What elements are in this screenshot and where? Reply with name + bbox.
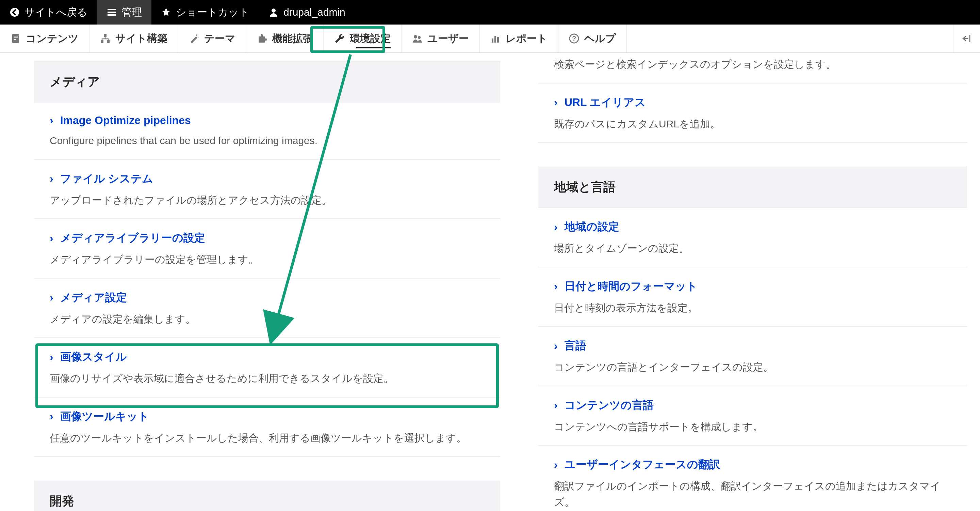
wand-icon <box>189 33 199 44</box>
svg-rect-3 <box>14 36 18 37</box>
people-icon <box>412 33 423 44</box>
desc-file-system: アップロードされたファイルの場所とアクセス方法の設定。 <box>50 192 485 209</box>
tab-content[interactable]: コンテンツ <box>0 24 89 53</box>
link-file-system[interactable]: ファイル システム <box>60 171 153 186</box>
tab-help[interactable]: ? ヘルプ <box>558 24 627 53</box>
row-regional-settings[interactable]: › 地域の設定 場所とタイムゾーンの設定。 <box>538 208 967 267</box>
chevron-right-icon: › <box>50 351 53 364</box>
structure-icon <box>100 33 111 44</box>
back-to-site[interactable]: サイトへ戻る <box>0 0 97 24</box>
desc-url-alias: 既存のパスにカスタムURLを追加。 <box>554 116 951 132</box>
tab-help-label: ヘルプ <box>584 32 616 46</box>
svg-rect-5 <box>14 39 16 40</box>
desc-media-library: メディアライブラリーの設定を管理します。 <box>50 252 485 268</box>
svg-point-0 <box>10 8 19 17</box>
svg-point-11 <box>414 35 417 38</box>
row-ui-translation[interactable]: › ユーザーインタフェースの翻訳 翻訳ファイルのインポートの構成、翻訳インターフ… <box>538 446 967 511</box>
row-image-optimize[interactable]: › Image Optimize pipelines Configure pip… <box>34 102 500 160</box>
desc-media-settings: メディアの設定を編集します。 <box>50 311 485 327</box>
desc-image-toolkit: 任意のツールキットをインストールした場合、利用する画像ツールキットを選択します。 <box>50 430 485 446</box>
admin-topbar: サイトへ戻る 管理 ショートカット drupal_admin <box>0 0 980 24</box>
tab-appearance[interactable]: テーマ <box>178 24 247 53</box>
hamburger-icon <box>107 7 117 18</box>
chevron-right-icon: › <box>50 232 53 244</box>
chart-icon <box>490 33 501 44</box>
tab-config-label: 環境設定 <box>350 32 391 46</box>
row-media-library[interactable]: › メディアライブラリーの設定 メディアライブラリーの設定を管理します。 <box>34 219 500 279</box>
row-image-toolkit[interactable]: › 画像ツールキット 任意のツールキットをインストールした場合、利用する画像ツー… <box>34 398 500 457</box>
tab-extend[interactable]: 機能拡張 <box>247 24 324 53</box>
row-image-styles[interactable]: › 画像スタイル 画像のリサイズや表示域に適合させるために利用できるスタイルを設… <box>34 338 500 398</box>
admin-menu: コンテンツ サイト構築 テーマ 機能拡張 環境設定 ユーザー レポ <box>0 24 980 53</box>
link-image-optimize[interactable]: Image Optimize pipelines <box>60 114 191 127</box>
row-media-settings[interactable]: › メディア設定 メディアの設定を編集します。 <box>34 279 500 338</box>
adminbar-spacer <box>627 24 953 53</box>
link-image-toolkit[interactable]: 画像ツールキット <box>60 409 149 424</box>
link-language[interactable]: 言語 <box>565 338 586 353</box>
row-search-settings[interactable]: 検索ページと検索インデックスのオプションを設定します。 <box>538 53 967 83</box>
row-url-alias[interactable]: › URL エイリアス 既存のパスにカスタムURLを追加。 <box>538 83 967 143</box>
shortcuts-label: ショートカット <box>176 5 250 19</box>
desc-image-styles: 画像のリサイズや表示域に適合させるために利用できるスタイルを設定。 <box>50 370 485 386</box>
link-content-language[interactable]: コンテンツの言語 <box>565 398 654 413</box>
chevron-right-icon: › <box>554 280 558 293</box>
puzzle-icon <box>256 33 267 44</box>
svg-rect-14 <box>495 36 496 43</box>
svg-point-9 <box>196 34 197 36</box>
svg-rect-7 <box>101 40 103 43</box>
star-icon <box>161 7 171 18</box>
config-page: メディア › Image Optimize pipelines Configur… <box>0 53 980 511</box>
row-date-format[interactable]: › 日付と時間のフォーマット 日付と時刻の表示方法を設定。 <box>538 267 967 327</box>
link-image-styles[interactable]: 画像スタイル <box>60 350 127 364</box>
desc-content-language: コンテンツへの言語サポートを構成します。 <box>554 419 951 435</box>
tab-structure-label: サイト構築 <box>115 32 167 46</box>
tab-people[interactable]: ユーザー <box>401 24 480 53</box>
desc-image-optimize: Configure pipelines that can be used for… <box>50 133 485 149</box>
desc-language: コンテンツの言語とインターフェイスの設定。 <box>554 359 951 375</box>
svg-rect-6 <box>104 34 107 37</box>
section-dev: 開発 <box>34 481 500 511</box>
toolbar-collapse[interactable] <box>953 24 980 53</box>
tab-appearance-label: テーマ <box>204 32 235 46</box>
link-date-format[interactable]: 日付と時間のフォーマット <box>565 279 698 294</box>
back-label: サイトへ戻る <box>24 5 88 19</box>
user-label: drupal_admin <box>283 6 345 18</box>
link-media-library[interactable]: メディアライブラリーの設定 <box>60 231 205 246</box>
row-content-language[interactable]: › コンテンツの言語 コンテンツへの言語サポートを構成します。 <box>538 386 967 446</box>
desc-search-settings: 検索ページと検索インデックスのオプションを設定します。 <box>554 57 951 73</box>
chevron-right-icon: › <box>50 172 53 185</box>
tab-config-underline <box>356 47 391 48</box>
tab-config[interactable]: 環境設定 <box>324 24 401 53</box>
chevron-right-icon: › <box>554 399 558 412</box>
link-regional-settings[interactable]: 地域の設定 <box>565 219 619 235</box>
tab-reports[interactable]: レポート <box>480 24 558 53</box>
link-ui-translation[interactable]: ユーザーインタフェースの翻訳 <box>565 457 720 472</box>
collapse-icon <box>962 34 972 44</box>
tab-people-label: ユーザー <box>427 32 469 46</box>
row-language[interactable]: › 言語 コンテンツの言語とインターフェイスの設定。 <box>538 327 967 386</box>
svg-rect-2 <box>12 34 19 43</box>
shortcuts[interactable]: ショートカット <box>151 0 259 24</box>
chevron-right-icon: › <box>50 114 53 127</box>
desc-regional-settings: 場所とタイムゾーンの設定。 <box>554 241 951 257</box>
tab-structure[interactable]: サイト構築 <box>89 24 178 53</box>
manage-toggle[interactable]: 管理 <box>97 0 151 24</box>
chevron-right-icon: › <box>554 96 558 109</box>
chevron-right-icon: › <box>554 221 558 233</box>
svg-rect-4 <box>14 37 18 38</box>
chevron-right-icon: › <box>554 340 558 352</box>
chevron-right-icon: › <box>50 291 53 304</box>
tab-reports-label: レポート <box>506 32 547 46</box>
svg-point-12 <box>418 36 421 39</box>
content-icon <box>10 33 21 44</box>
section-region: 地域と言語 <box>538 166 967 208</box>
svg-point-1 <box>272 8 275 13</box>
user-menu[interactable]: drupal_admin <box>259 0 355 24</box>
svg-rect-8 <box>107 40 110 43</box>
svg-point-10 <box>198 37 199 38</box>
help-icon: ? <box>569 33 579 44</box>
section-media: メディア <box>34 61 500 102</box>
link-url-alias[interactable]: URL エイリアス <box>565 95 646 110</box>
row-file-system[interactable]: › ファイル システム アップロードされたファイルの場所とアクセス方法の設定。 <box>34 160 500 219</box>
link-media-settings[interactable]: メディア設定 <box>60 290 127 305</box>
